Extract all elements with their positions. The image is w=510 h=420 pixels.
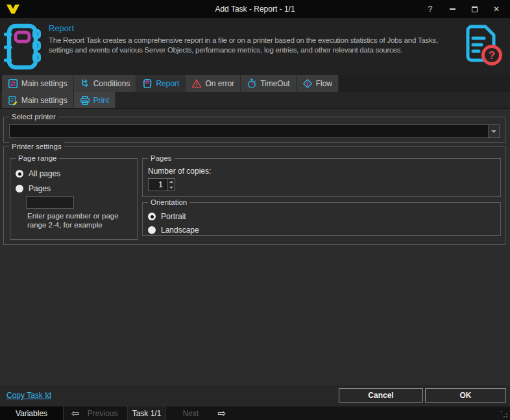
task-header: Report The Report Task creates a compreh…: [0, 18, 510, 75]
status-bar: Variables ⇦ Previous Task 1/1 Next ⇨: [0, 406, 510, 420]
orientation-group-label: Orientation: [148, 198, 189, 207]
close-button[interactable]: ✕: [485, 0, 507, 18]
tab-report[interactable]: Report: [136, 75, 186, 92]
printer-icon: [80, 95, 90, 106]
subtab-print[interactable]: Print: [74, 92, 116, 108]
page-range-hint-line2: range 2-4, for example: [27, 221, 119, 230]
tab-main-settings[interactable]: Main settings: [2, 75, 74, 92]
window-controls: ? ✕: [419, 0, 507, 18]
page-range-group-label: Page range: [16, 154, 59, 163]
dialog-action-bar: Copy Task Id Cancel OK: [0, 386, 510, 406]
select-printer-group: Select printer: [3, 117, 505, 143]
tab-on-error[interactable]: On error: [186, 75, 241, 92]
tab-label: Main settings: [21, 79, 67, 88]
report-sub-tab-strip: Main settings Print: [0, 92, 510, 109]
spin-down-button[interactable]: [168, 185, 175, 191]
number-of-copies-label: Number of copies:: [148, 167, 211, 176]
next-task-button[interactable]: Next: [170, 406, 212, 420]
task-description: The Report Task creates a comprehensive …: [49, 36, 438, 55]
pages-group-label: Pages: [148, 154, 175, 163]
tab-flow[interactable]: Flow: [297, 75, 339, 92]
resize-grip[interactable]: [500, 410, 508, 418]
page-range-hint-line1: Enter page number or page: [27, 212, 119, 221]
tab-label: TimeOut: [260, 79, 290, 88]
radio-checked-icon: [148, 213, 156, 220]
all-pages-radio[interactable]: All pages: [16, 169, 60, 179]
previous-arrow-icon[interactable]: ⇦: [67, 406, 83, 420]
copies-spin-buttons: [167, 179, 175, 191]
variables-tab[interactable]: Variables: [0, 406, 64, 420]
tab-label: Conditions: [93, 79, 130, 88]
minimize-icon: [450, 8, 455, 10]
copy-task-id-link[interactable]: Copy Task Id: [6, 391, 51, 400]
task-description-line1: The Report Task creates a comprehensive …: [49, 36, 438, 45]
subtab-main-settings[interactable]: Main settings: [2, 92, 74, 108]
minimize-button[interactable]: [441, 0, 463, 18]
ok-button[interactable]: OK: [425, 388, 506, 402]
maximize-icon: [472, 6, 478, 12]
tab-timeout[interactable]: TimeOut: [241, 75, 297, 92]
print-settings-panel: Select printer Printer settings Page ran…: [0, 109, 510, 386]
copies-value[interactable]: 1: [149, 179, 167, 191]
landscape-radio[interactable]: Landscape: [148, 225, 199, 235]
printer-combobox-value[interactable]: [10, 125, 488, 137]
page-range-hint: Enter page number or page range 2-4, for…: [27, 212, 119, 229]
page-range-input[interactable]: [26, 196, 74, 209]
portrait-radio[interactable]: Portrait: [148, 211, 186, 222]
printer-settings-group-label: Printer settings: [9, 142, 64, 151]
add-task-dialog: Add Task - Report - 1/1 ? ✕ Report The R…: [0, 0, 510, 420]
radio-checked-icon: [16, 170, 23, 178]
cancel-button[interactable]: Cancel: [339, 388, 423, 402]
copies-stepper[interactable]: 1: [148, 178, 175, 191]
tab-label: On error: [205, 79, 234, 88]
all-pages-radio-label: All pages: [29, 169, 60, 178]
task-description-line2: settings and events of various Server Ob…: [49, 45, 438, 55]
portrait-radio-label: Portrait: [161, 212, 186, 221]
select-printer-group-label: Select printer: [9, 112, 58, 121]
notebook-report-icon: [4, 23, 42, 70]
help-button[interactable]: ?: [419, 0, 441, 18]
printer-combobox-dropdown-button[interactable]: [488, 125, 499, 137]
landscape-radio-label: Landscape: [161, 226, 199, 235]
spin-down-icon: [169, 187, 173, 189]
pages-radio[interactable]: Pages: [16, 183, 51, 194]
task-type-title: Report: [49, 23, 74, 33]
orientation-group: Orientation Portrait Landscape: [142, 202, 501, 236]
previous-task-button[interactable]: Previous: [82, 406, 123, 420]
flow-diamond-icon: [302, 78, 313, 89]
task-counter-tab[interactable]: Task 1/1: [127, 406, 166, 420]
stopwatch-icon: [247, 78, 257, 89]
document-question-icon: ?: [461, 23, 504, 67]
maximize-button[interactable]: [463, 0, 485, 18]
pages-group: Pages Number of copies: 1: [142, 158, 501, 197]
spin-up-button[interactable]: [168, 179, 175, 185]
chevron-down-icon: [491, 130, 496, 133]
page-range-group: Page range All pages Pages Enter page nu…: [10, 158, 138, 240]
tab-label: Report: [156, 79, 179, 88]
next-arrow-icon[interactable]: ⇨: [214, 406, 230, 420]
radio-unchecked-icon: [148, 226, 156, 234]
printer-combobox[interactable]: [9, 124, 500, 138]
sliders-icon: [8, 78, 18, 89]
titlebar: Add Task - Report - 1/1 ? ✕: [0, 0, 510, 18]
main-tab-strip: Main settings Conditions Report: [0, 75, 510, 92]
conditions-branch-icon: [80, 78, 90, 89]
tab-label: Flow: [316, 79, 332, 88]
notebook-icon: [142, 78, 152, 89]
tab-label: Print: [93, 96, 110, 105]
pages-radio-label: Pages: [29, 184, 51, 193]
svg-text:?: ?: [489, 49, 495, 62]
radio-unchecked-icon: [16, 185, 23, 192]
spin-up-icon: [169, 181, 173, 183]
warning-triangle-icon: [191, 78, 202, 89]
tab-label: Main settings: [21, 96, 67, 105]
edit-document-icon: [8, 95, 18, 106]
tab-conditions[interactable]: Conditions: [74, 75, 137, 92]
printer-settings-group: Printer settings Page range All pages Pa…: [3, 146, 505, 245]
